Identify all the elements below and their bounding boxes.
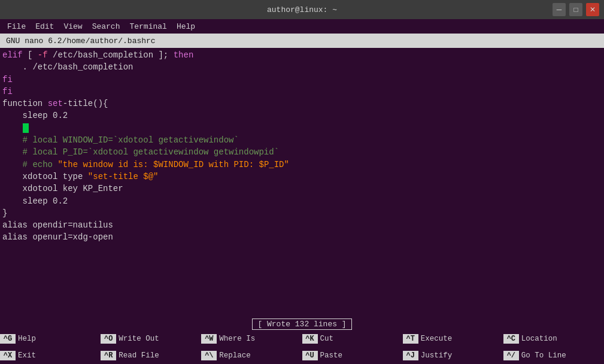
title-bar: author@linux: ~ ─ □ ✕ <box>0 0 604 19</box>
nano-version: GNU nano 6.2 <box>6 37 62 46</box>
shortcut-key-whereis: ^W <box>201 334 217 344</box>
code-line: . /etc/bash_completion <box>2 61 602 73</box>
code-line: # local P_ID=`xdotool getactivewindow ge… <box>2 146 602 158</box>
code-line: xdotool key KP_Enter <box>2 183 602 195</box>
code-line: sleep 0.2 <box>2 110 602 122</box>
shortcut-exit[interactable]: ^X Exit <box>0 347 101 364</box>
shortcut-key-paste: ^U <box>302 351 318 360</box>
shortcut-key-exit: ^X <box>0 351 16 360</box>
maximize-button[interactable]: □ <box>569 3 582 16</box>
shortcut-cut[interactable]: ^K Cut <box>302 330 403 347</box>
shortcut-label-gotoline: Go To Line <box>519 351 566 360</box>
shortcut-replace[interactable]: ^\ Replace <box>201 347 302 364</box>
shortcut-label-execute: Execute <box>418 335 453 343</box>
shortcut-paste[interactable]: ^U Paste <box>302 347 403 364</box>
code-line: alias opendir=nautilus <box>2 219 602 231</box>
shortcut-justify[interactable]: ^J Justify <box>403 347 503 364</box>
shortcut-label-justify: Justify <box>418 351 453 360</box>
code-line-cursor <box>2 122 602 134</box>
editor-area[interactable]: elif [ -f /etc/bash_completion ]; then .… <box>0 48 604 317</box>
menu-terminal[interactable]: Terminal <box>125 21 171 32</box>
shortcut-label-readfile: Read File <box>116 351 159 360</box>
window-title: author@linux: ~ <box>203 5 401 14</box>
menu-search[interactable]: Search <box>87 21 125 32</box>
menu-edit[interactable]: Edit <box>31 21 59 32</box>
shortcut-execute[interactable]: ^T Execute <box>403 330 503 347</box>
nano-header: GNU nano 6.2 /home/author/.bashrc <box>0 34 604 48</box>
shortcut-label-exit: Exit <box>16 351 36 360</box>
minimize-button[interactable]: ─ <box>553 3 566 16</box>
status-bar: [ Wrote 132 lines ] <box>0 317 604 330</box>
shortcut-label-location: Location <box>519 335 557 343</box>
shortcut-label-paste: Paste <box>318 351 343 360</box>
shortcut-label-replace: Replace <box>217 351 251 360</box>
shortcut-key-gotoline: ^/ <box>503 351 519 360</box>
shortcut-key-writeout: ^O <box>101 334 116 344</box>
code-line: fi <box>2 74 602 86</box>
code-line: alias openurl=xdg-open <box>2 231 602 243</box>
shortcut-label-writeout: Write Out <box>116 335 159 343</box>
shortcut-key-justify: ^J <box>403 351 418 360</box>
menu-bar: File Edit View Search Terminal Help <box>0 19 604 34</box>
shortcut-write-out[interactable]: ^O Write Out <box>101 330 201 347</box>
code-line: # local WINDOW_ID=`xdotool getactivewind… <box>2 134 602 146</box>
shortcut-location[interactable]: ^C Location <box>503 330 604 347</box>
nano-filename: /home/author/.bashrc <box>62 37 156 46</box>
shortcut-key-readfile: ^R <box>101 351 116 360</box>
shortcut-read-file[interactable]: ^R Read File <box>101 347 201 364</box>
shortcut-label-cut: Cut <box>318 335 334 343</box>
shortcut-key-cut: ^K <box>302 334 318 344</box>
shortcut-label-help: Help <box>16 335 36 343</box>
code-line: xdotool type "set-title $@" <box>2 171 602 183</box>
shortcut-help[interactable]: ^G Help <box>0 330 101 347</box>
shortcut-row-1: ^G Help ^O Write Out ^W Where Is ^K Cut … <box>0 330 604 347</box>
menu-view[interactable]: View <box>59 21 87 32</box>
code-line: elif [ -f /etc/bash_completion ]; then <box>2 49 602 61</box>
code-line: fi <box>2 86 602 98</box>
menu-help[interactable]: Help <box>172 21 200 32</box>
shortcut-goto-line[interactable]: ^/ Go To Line <box>503 347 604 364</box>
code-line: # echo "the window id is: $WINDOW_ID wit… <box>2 159 602 171</box>
shortcut-key-replace: ^\ <box>201 351 217 360</box>
shortcut-key-help: ^G <box>0 334 16 344</box>
shortcut-where-is[interactable]: ^W Where Is <box>201 330 302 347</box>
shortcut-label-whereis: Where Is <box>217 335 255 343</box>
shortcuts-area: ^G Help ^O Write Out ^W Where Is ^K Cut … <box>0 330 604 364</box>
shortcut-key-execute: ^T <box>403 334 418 344</box>
window-controls: ─ □ ✕ <box>401 3 599 16</box>
code-line: } <box>2 207 602 219</box>
shortcut-row-2: ^X Exit ^R Read File ^\ Replace ^U Paste… <box>0 347 604 364</box>
code-line: function set-title(){ <box>2 98 602 110</box>
shortcut-key-location: ^C <box>503 334 519 344</box>
code-line: sleep 0.2 <box>2 195 602 207</box>
menu-file[interactable]: File <box>2 21 31 32</box>
close-button[interactable]: ✕ <box>586 3 599 16</box>
status-message: [ Wrote 132 lines ] <box>252 318 351 330</box>
